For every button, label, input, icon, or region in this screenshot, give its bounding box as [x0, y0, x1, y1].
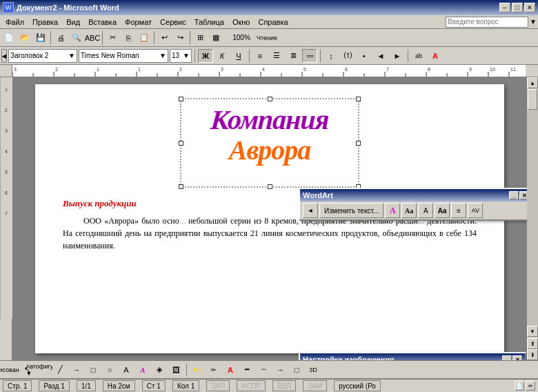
- autoshapes-button[interactable]: Автофигуры ▼: [36, 363, 51, 377]
- wordart-btn-gallery[interactable]: A: [385, 203, 400, 218]
- image-panel-minimize[interactable]: _: [502, 355, 512, 360]
- menu-window[interactable]: Окно: [228, 15, 255, 28]
- next-page-button[interactable]: ⬇: [527, 349, 538, 360]
- numbering-button[interactable]: ⑴: [340, 49, 355, 63]
- print-preview-button[interactable]: 🔍: [69, 30, 84, 46]
- style-handle[interactable]: ◄: [1, 49, 7, 63]
- line-spacing-button[interactable]: ↕: [323, 49, 339, 63]
- wordart-btn-same-height[interactable]: Aa: [401, 203, 417, 218]
- scroll-up-button[interactable]: ▲: [527, 77, 538, 88]
- wordart-gallery-arrow[interactable]: ◄: [303, 203, 318, 218]
- menu-edit[interactable]: Правка: [28, 15, 62, 28]
- handle-tr[interactable]: [356, 97, 361, 101]
- indent-less-button[interactable]: ◄: [373, 49, 388, 63]
- 3d-btn[interactable]: 3D: [306, 363, 321, 377]
- rectangle-tool[interactable]: □: [86, 363, 101, 377]
- style-dropdown[interactable]: Заголовок 2 ▼: [8, 49, 77, 63]
- size-arrow[interactable]: ▼: [183, 52, 190, 59]
- align-justify-button[interactable]: ⩶: [302, 49, 317, 63]
- style-arrow[interactable]: ▼: [68, 52, 75, 59]
- close-button[interactable]: ✕: [524, 3, 535, 12]
- save-button[interactable]: 💾: [33, 30, 48, 46]
- diagram-tool[interactable]: ◈: [152, 363, 167, 377]
- wordart-panel-close[interactable]: ✕: [519, 191, 527, 199]
- menu-format[interactable]: Формат: [121, 15, 156, 28]
- textbox-tool[interactable]: A: [119, 363, 134, 377]
- print-button[interactable]: 🖨: [53, 30, 68, 46]
- handle-mr[interactable]: [356, 141, 361, 146]
- search-arrow-icon[interactable]: ▼: [530, 18, 537, 26]
- align-left-button[interactable]: ≡: [252, 49, 268, 63]
- italic-button[interactable]: К: [215, 49, 230, 63]
- font-dropdown[interactable]: Times New Roman ▼: [79, 49, 168, 63]
- scroll-down-button[interactable]: ▼: [527, 326, 538, 337]
- status-vdl: ВДЛ: [272, 380, 296, 391]
- menu-file[interactable]: Файл: [1, 15, 28, 28]
- line-style-btn[interactable]: ━: [239, 363, 255, 377]
- line-color-btn[interactable]: ✏: [206, 363, 221, 377]
- maximize-button[interactable]: □: [512, 3, 523, 12]
- help-search-input[interactable]: [446, 17, 528, 28]
- change-text-button[interactable]: Изменить текст...: [319, 203, 383, 218]
- menu-help[interactable]: Справка: [254, 15, 292, 28]
- font-arrow[interactable]: ▼: [159, 52, 166, 59]
- menu-tools[interactable]: Сервис: [156, 15, 190, 28]
- arrow-tool[interactable]: →: [69, 363, 84, 377]
- new-button[interactable]: 📄: [1, 30, 17, 46]
- highlight-button[interactable]: ab: [411, 49, 426, 63]
- prev-page-button[interactable]: ⬆: [527, 338, 538, 349]
- arrow-style-btn[interactable]: →: [272, 363, 288, 377]
- line-tool[interactable]: ╱: [52, 363, 68, 377]
- cut-button[interactable]: ✂: [105, 30, 120, 46]
- font-color-button[interactable]: A: [428, 49, 443, 63]
- wordart-btn-vertical[interactable]: A: [418, 203, 433, 218]
- underline-button[interactable]: Ч: [231, 49, 246, 63]
- wordart-btn-kerning[interactable]: AV: [468, 203, 483, 218]
- handle-tl[interactable]: [179, 97, 183, 101]
- wordart-object[interactable]: Компания Аврора: [180, 98, 359, 188]
- wordart-panel-minimize[interactable]: _: [509, 191, 519, 199]
- paste-button[interactable]: 📋: [137, 30, 152, 46]
- handle-bl[interactable]: [179, 184, 183, 189]
- indent-more-button[interactable]: ►: [390, 49, 405, 63]
- status-icon-1[interactable]: 📄: [515, 381, 524, 391]
- menu-view[interactable]: Вид: [62, 15, 84, 28]
- draw-menu-button[interactable]: Рисование: [3, 363, 18, 377]
- columns-button[interactable]: ▦: [208, 30, 223, 46]
- dash-style-btn[interactable]: ┄: [256, 363, 271, 377]
- spell-check-button[interactable]: ABC: [85, 30, 100, 46]
- oval-tool[interactable]: ○: [102, 363, 117, 377]
- menu-insert[interactable]: Вставка: [84, 15, 121, 28]
- svg-text:1: 1: [5, 87, 8, 92]
- wordart-btn-align[interactable]: Aa: [435, 203, 450, 218]
- insert-table-button[interactable]: ⊞: [192, 30, 208, 46]
- handle-tm[interactable]: [268, 97, 272, 101]
- reading-mode-button[interactable]: Чтение: [259, 30, 275, 46]
- menu-table[interactable]: Таблица: [190, 15, 228, 28]
- image-panel-close[interactable]: ✕: [512, 355, 522, 360]
- redo-button[interactable]: ↪: [172, 30, 188, 46]
- align-center-button[interactable]: ☰: [269, 49, 284, 63]
- status-section: Разд 1: [39, 380, 69, 391]
- bold-button[interactable]: Ж: [198, 49, 213, 63]
- copy-button[interactable]: ⎘: [121, 30, 136, 46]
- fill-color-btn[interactable]: ▼A: [190, 363, 205, 377]
- minimize-button[interactable]: ─: [499, 3, 510, 12]
- scroll-thumb[interactable]: [528, 89, 537, 110]
- shadow-btn[interactable]: □: [289, 363, 304, 377]
- clipart-tool[interactable]: 🖼: [168, 363, 183, 377]
- wordart-tool[interactable]: A: [135, 363, 150, 377]
- size-dropdown[interactable]: 13 ▼: [170, 49, 192, 63]
- handle-bm[interactable]: [268, 184, 272, 189]
- bullets-button[interactable]: •: [357, 49, 372, 63]
- status-icon-2[interactable]: ✏: [526, 381, 535, 391]
- undo-button[interactable]: ↩: [157, 30, 172, 46]
- scroll-track[interactable]: [527, 88, 538, 326]
- font-color-btn2[interactable]: A: [223, 363, 238, 377]
- handle-ml[interactable]: [179, 141, 183, 146]
- toolbar-sep-4: [190, 31, 190, 45]
- wordart-btn-spacing[interactable]: ≡: [451, 203, 466, 218]
- align-right-button[interactable]: ≣: [286, 49, 301, 63]
- zoom-dropdown[interactable]: 100%: [224, 30, 259, 46]
- open-button[interactable]: 📂: [17, 30, 32, 46]
